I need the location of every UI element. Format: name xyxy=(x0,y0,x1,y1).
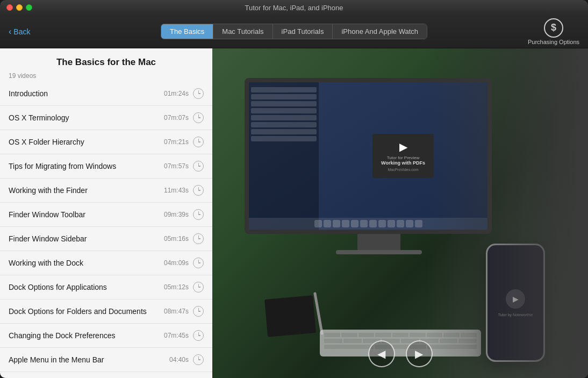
video-name: Working with the Dock xyxy=(9,259,83,267)
minimize-button[interactable] xyxy=(16,4,23,11)
video-area: ▶ Tutor for Preview Working with PDFs Ma… xyxy=(212,48,588,378)
video-name: Dock Options for Folders and Documents xyxy=(9,307,147,316)
back-label: Back xyxy=(13,27,30,36)
title-bar: Tutor for Mac, iPad, and iPhone xyxy=(0,0,588,15)
imac-base xyxy=(336,250,422,254)
clock-icon xyxy=(193,354,204,365)
chevron-left-icon: ‹ xyxy=(9,27,11,37)
video-duration: 01m:24s xyxy=(164,90,189,97)
imac-app-sidebar xyxy=(249,82,319,230)
video-name: Finder Window Sidebar xyxy=(9,234,87,243)
play-icon: ▶ xyxy=(381,140,425,153)
dollar-icon: $ xyxy=(544,18,563,38)
tab-mac-tutorials[interactable]: Mac Tutorials xyxy=(213,24,273,39)
video-duration: 11m:43s xyxy=(164,187,189,194)
video-name: Apple Menu in the Menu Bar xyxy=(9,355,104,364)
video-count: 19 videos xyxy=(0,72,212,82)
clock-icon xyxy=(193,330,204,341)
video-name: OS X Folder Hierarchy xyxy=(9,138,84,146)
window-title: Tutor for Mac, iPad, and iPhone xyxy=(245,4,343,12)
list-item[interactable]: Changing the Dock Preferences 07m:45s xyxy=(0,324,212,348)
list-item[interactable]: Application Menus and Menu Extras 06m:35… xyxy=(0,372,212,378)
video-name: OS X Terminology xyxy=(9,113,69,122)
next-button[interactable]: ▶ xyxy=(406,340,433,367)
maximize-button[interactable] xyxy=(26,4,32,11)
sidebar-title: The Basics for the Mac xyxy=(9,57,204,68)
imac-preview-content: ▶ Tutor for Preview Working with PDFs Ma… xyxy=(372,134,434,178)
clock-icon xyxy=(193,161,204,172)
list-item[interactable]: Tips for Migrating from Windows 07m:57s xyxy=(0,154,212,179)
traffic-lights xyxy=(6,4,32,11)
purchasing-options-button[interactable]: $ Purchasing Options xyxy=(528,18,579,45)
video-name: Changing the Dock Preferences xyxy=(9,331,115,340)
list-item[interactable]: Working with the Finder 11m:43s xyxy=(0,179,212,203)
imac-stand xyxy=(357,234,400,250)
list-item[interactable]: Dock Options for Applications 05m:12s xyxy=(0,275,212,299)
tab-basics[interactable]: The Basics xyxy=(161,24,213,39)
clock-icon xyxy=(193,88,204,99)
video-duration: 05m:16s xyxy=(164,235,189,243)
video-duration: 08m:47s xyxy=(164,308,189,315)
clock-icon xyxy=(193,258,204,268)
list-item[interactable]: Working with the Dock 04m:09s xyxy=(0,251,212,275)
list-item[interactable]: OS X Folder Hierarchy 07m:21s xyxy=(0,130,212,154)
list-item[interactable]: OS X Terminology 07m:07s xyxy=(0,106,212,130)
video-duration: 09m:39s xyxy=(164,211,189,218)
video-duration: 07m:07s xyxy=(164,114,189,122)
video-duration: 07m:45s xyxy=(164,332,189,339)
list-item[interactable]: Finder Window Toolbar 09m:39s xyxy=(0,203,212,227)
purchasing-label: Purchasing Options xyxy=(528,39,579,45)
list-item[interactable]: Introduction 01m:24s xyxy=(0,82,212,106)
clock-icon xyxy=(193,137,204,147)
video-background: ▶ Tutor for Preview Working with PDFs Ma… xyxy=(212,48,588,378)
video-name: Finder Window Toolbar xyxy=(9,210,85,219)
clock-icon xyxy=(193,185,204,196)
video-list: Introduction 01m:24s OS X Terminology 07… xyxy=(0,82,212,378)
tab-group: The Basics Mac Tutorials iPad Tutorials … xyxy=(161,24,427,39)
clock-icon xyxy=(193,306,204,317)
video-duration: 07m:21s xyxy=(164,138,189,146)
clock-icon xyxy=(193,209,204,220)
video-name: Working with the Finder xyxy=(9,186,88,195)
prev-button[interactable]: ◀ xyxy=(368,340,395,367)
nav-bar: ‹ Back The Basics Mac Tutorials iPad Tut… xyxy=(0,15,588,48)
video-duration: 04m:09s xyxy=(164,259,189,267)
person-overlay xyxy=(427,48,588,378)
close-button[interactable] xyxy=(6,4,13,11)
sidebar-header: The Basics for the Mac xyxy=(0,48,212,72)
video-name: Dock Options for Applications xyxy=(9,283,107,291)
list-item[interactable]: Finder Window Sidebar 05m:16s xyxy=(0,227,212,251)
clock-icon xyxy=(193,112,204,123)
clock-icon xyxy=(193,233,204,244)
tab-iphone-apple-watch[interactable]: iPhone And Apple Watch xyxy=(333,24,427,39)
list-item[interactable]: Apple Menu in the Menu Bar 04:40s xyxy=(0,348,212,372)
video-name: Tips for Migrating from Windows xyxy=(9,162,116,170)
video-duration: 07m:57s xyxy=(164,162,189,170)
main-content: The Basics for the Mac 19 videos Introdu… xyxy=(0,48,588,378)
video-name: Introduction xyxy=(9,89,48,98)
video-duration: 04:40s xyxy=(169,356,189,363)
tab-ipad-tutorials[interactable]: iPad Tutorials xyxy=(273,24,333,39)
clock-icon xyxy=(193,282,204,293)
video-controls: ◀ ▶ xyxy=(368,340,433,367)
back-button[interactable]: ‹ Back xyxy=(9,27,30,37)
list-item[interactable]: Dock Options for Folders and Documents 0… xyxy=(0,299,212,324)
notebook xyxy=(264,295,316,337)
sidebar: The Basics for the Mac 19 videos Introdu… xyxy=(0,48,212,378)
video-duration: 05m:12s xyxy=(164,283,189,291)
